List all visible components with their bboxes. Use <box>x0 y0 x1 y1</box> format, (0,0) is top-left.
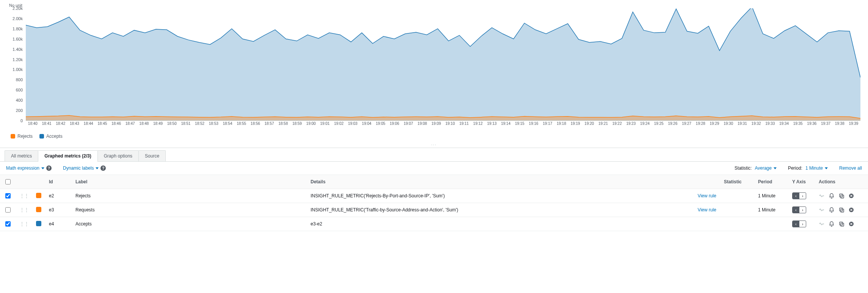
panel-resize-handle[interactable]: ··· <box>0 142 868 148</box>
row-period: 1 Minute <box>754 203 788 217</box>
view-rule-link[interactable]: View rule <box>698 193 716 198</box>
y-tick: 2.20k <box>4 6 23 11</box>
alarm-bell-icon[interactable] <box>829 221 835 227</box>
tab-source[interactable]: Source <box>138 150 166 161</box>
y-tick: 1.60k <box>4 37 23 41</box>
yaxis-left-button[interactable]: ‹ <box>793 207 799 213</box>
x-tick: 19:02 <box>332 121 346 130</box>
dynamic-labels-label: Dynamic labels <box>63 165 94 171</box>
row-actions <box>819 221 864 227</box>
col-header-actions: Actions <box>815 175 868 189</box>
remove-icon[interactable] <box>848 207 854 213</box>
col-header-period: Period <box>754 175 788 189</box>
copy-icon[interactable] <box>838 207 844 213</box>
select-all-checkbox[interactable] <box>5 179 11 184</box>
chart-panel: No unit 02004006008001.00k1.20k1.40k1.60… <box>0 0 868 142</box>
view-rule-link[interactable]: View rule <box>698 207 716 213</box>
help-icon[interactable]: ? <box>46 165 52 171</box>
yaxis-toggle[interactable]: ‹› <box>792 192 806 199</box>
x-tick: 19:34 <box>777 121 791 130</box>
x-tick: 19:39 <box>847 121 861 130</box>
svg-rect-1 <box>841 195 844 198</box>
chart-area[interactable]: 02004006008001.00k1.20k1.40k1.60k1.80k2.… <box>4 8 864 130</box>
yaxis-left-button[interactable]: ‹ <box>793 193 799 199</box>
chevron-down-icon <box>41 167 44 169</box>
help-icon[interactable]: ? <box>100 165 106 171</box>
x-tick: 18:40 <box>26 121 40 130</box>
x-tick: 18:46 <box>109 121 123 130</box>
series-color-swatch[interactable] <box>36 193 41 198</box>
yaxis-right-button[interactable]: › <box>799 221 806 227</box>
x-tick: 19:04 <box>360 121 374 130</box>
drag-handle-icon[interactable]: ⋮⋮ <box>19 207 28 213</box>
x-tick: 18:47 <box>123 121 137 130</box>
copy-icon[interactable] <box>838 221 844 227</box>
yaxis-toggle[interactable]: ‹› <box>792 221 806 227</box>
x-tick: 19:30 <box>721 121 735 130</box>
x-tick: 19:16 <box>527 121 541 130</box>
x-tick: 19:23 <box>624 121 638 130</box>
y-tick: 1.00k <box>4 67 23 72</box>
row-checkbox[interactable] <box>5 207 11 213</box>
yaxis-toggle[interactable]: ‹› <box>792 206 806 213</box>
x-tick: 18:55 <box>234 121 248 130</box>
x-axis: 18:4018:4118:4218:4318:4418:4518:4618:47… <box>26 121 860 130</box>
x-tick: 19:07 <box>402 121 416 130</box>
plot-area[interactable] <box>26 8 860 121</box>
row-label[interactable]: Rejects <box>72 189 307 203</box>
tab-graphed-metrics[interactable]: Graphed metrics (2/3) <box>38 150 97 161</box>
x-tick: 18:56 <box>248 121 262 130</box>
x-tick: 19:03 <box>346 121 360 130</box>
yaxis-right-button[interactable]: › <box>799 207 806 213</box>
tab-graph-options[interactable]: Graph options <box>97 150 139 161</box>
tab-all-metrics[interactable]: All metrics <box>5 150 38 161</box>
x-tick: 19:00 <box>304 121 318 130</box>
period-label: Period: <box>788 165 802 171</box>
metrics-toolbar: Math expression ? Dynamic labels ? Stati… <box>0 162 868 175</box>
copy-icon[interactable] <box>838 193 844 199</box>
series-color-swatch[interactable] <box>36 221 41 226</box>
period-dropdown[interactable]: 1 Minute <box>805 165 828 171</box>
math-expression-dropdown[interactable]: Math expression ? <box>6 165 52 171</box>
row-label[interactable]: Requests <box>72 203 307 217</box>
x-tick: 18:41 <box>40 121 54 130</box>
x-tick: 19:17 <box>540 121 554 130</box>
y-tick: 1.80k <box>4 27 23 31</box>
legend-item[interactable]: Rejects <box>11 134 33 139</box>
chart-unit-label: No unit <box>9 3 864 8</box>
duplicate-icon[interactable] <box>819 193 825 199</box>
statistic-dropdown[interactable]: Average <box>755 165 776 171</box>
x-tick: 19:13 <box>485 121 499 130</box>
x-tick: 18:53 <box>207 121 221 130</box>
drag-handle-icon[interactable]: ⋮⋮ <box>19 193 28 199</box>
row-checkbox[interactable] <box>5 193 11 198</box>
row-statistic <box>720 189 754 203</box>
alarm-bell-icon[interactable] <box>829 207 835 213</box>
remove-icon[interactable] <box>848 193 854 199</box>
series-color-swatch[interactable] <box>36 207 41 212</box>
x-tick: 19:25 <box>652 121 666 130</box>
chart-legend: RejectsAccepts <box>4 130 864 142</box>
yaxis-left-button[interactable]: ‹ <box>793 221 799 227</box>
duplicate-icon[interactable] <box>819 221 825 227</box>
dynamic-labels-dropdown[interactable]: Dynamic labels ? <box>63 165 106 171</box>
x-tick: 18:43 <box>67 121 82 130</box>
table-row: ⋮⋮e2RejectsINSIGHT_RULE_METRIC('Rejects-… <box>0 189 868 203</box>
math-expression-label: Math expression <box>6 165 39 171</box>
alarm-bell-icon[interactable] <box>829 193 835 199</box>
drag-handle-icon[interactable]: ⋮⋮ <box>19 221 28 227</box>
row-id: e3 <box>45 203 72 217</box>
x-tick: 19:35 <box>791 121 805 130</box>
x-tick: 19:08 <box>415 121 429 130</box>
col-header-details: Details <box>307 175 720 189</box>
remove-icon[interactable] <box>848 221 854 227</box>
legend-item[interactable]: Accepts <box>39 134 63 139</box>
remove-all-link[interactable]: Remove all <box>839 165 862 171</box>
row-label[interactable]: Accepts <box>72 217 307 231</box>
x-tick: 19:22 <box>610 121 624 130</box>
row-checkbox[interactable] <box>5 221 11 227</box>
duplicate-icon[interactable] <box>819 207 825 213</box>
yaxis-right-button[interactable]: › <box>799 193 806 199</box>
chevron-down-icon <box>774 167 777 169</box>
x-tick: 19:10 <box>443 121 457 130</box>
